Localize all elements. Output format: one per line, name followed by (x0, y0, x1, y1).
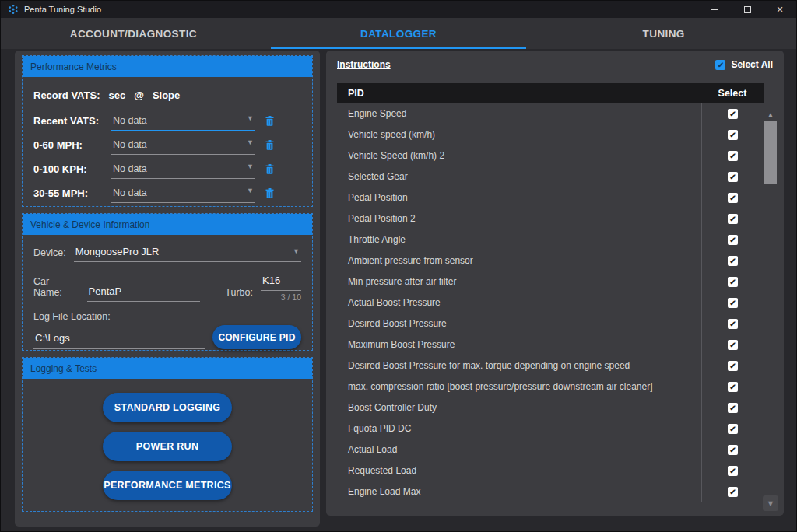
kph-0-100-trash-button[interactable] (265, 164, 274, 174)
pid-select-cell: ✔ (701, 166, 764, 187)
pid-checkbox[interactable]: ✔ (728, 109, 738, 119)
pid-name: Engine Load Max (337, 486, 701, 497)
minimize-icon (711, 9, 718, 10)
pid-checkbox[interactable]: ✔ (728, 319, 738, 329)
pid-checkbox[interactable]: ✔ (728, 172, 738, 182)
select-column-header: Select (701, 88, 764, 99)
close-button[interactable]: ✕ (764, 1, 796, 18)
pid-name: Engine Speed (337, 108, 701, 119)
main-content: Performance Metrics Record VATS: sec @ S… (1, 49, 796, 531)
select-all-control[interactable]: ✔ Select All (715, 59, 773, 70)
configure-pid-button[interactable]: CONFIGURE PID (212, 325, 301, 349)
check-icon: ✔ (729, 403, 736, 413)
check-icon: ✔ (729, 361, 736, 371)
kph-0-100-value: No data (113, 163, 147, 174)
standard-logging-button[interactable]: STANDARD LOGGING (103, 393, 232, 422)
car-name-input[interactable]: PentaP (87, 284, 201, 302)
pid-checkbox[interactable]: ✔ (728, 130, 738, 140)
mph-0-60-row: 0-60 MPH: No data ▼ (33, 133, 301, 157)
check-icon: ✔ (729, 382, 736, 392)
check-icon: ✔ (729, 130, 736, 140)
tab-bar: ACCOUNT/DIAGNOSTIC DATALOGGER TUNING (1, 18, 796, 49)
window-title: Penta Tuning Studio (24, 5, 101, 14)
table-row: Pedal Position ✔ (337, 187, 764, 208)
pid-checkbox[interactable]: ✔ (728, 235, 738, 245)
mph-0-60-dropdown[interactable]: No data ▼ (111, 135, 255, 155)
turbo-input[interactable]: K16 (261, 273, 301, 291)
device-value: MongoosePro JLR (75, 246, 160, 257)
pid-checkbox[interactable]: ✔ (728, 277, 738, 287)
recent-vats-trash-button[interactable] (265, 116, 274, 126)
recent-vats-label: Recent VATS: (33, 115, 111, 127)
device-dropdown[interactable]: MongoosePro JLR ▼ (74, 244, 301, 262)
scroll-up-icon[interactable]: ▲ (764, 110, 777, 119)
recent-vats-dropdown[interactable]: No data ▼ (111, 111, 255, 131)
pid-name: Maximum Boost Pressure (337, 339, 701, 350)
pid-select-cell: ✔ (701, 271, 764, 292)
pid-select-cell: ✔ (701, 418, 764, 439)
mph-30-55-dropdown[interactable]: No data ▼ (111, 184, 255, 203)
pid-checkbox[interactable]: ✔ (728, 403, 738, 413)
instructions-link[interactable]: Instructions (337, 59, 391, 70)
pid-name: I-quota PID DC (337, 423, 701, 434)
maximize-button[interactable] (731, 1, 764, 18)
table-row: Selected Gear ✔ (337, 166, 764, 187)
performance-metrics-panel: Performance Metrics Record VATS: sec @ S… (22, 55, 313, 207)
tab-tuning[interactable]: TUNING (531, 18, 796, 49)
record-vats-line: Record VATS: sec @ Slope (33, 89, 301, 101)
mph-0-60-label: 0-60 MPH: (33, 139, 111, 151)
pid-checkbox[interactable]: ✔ (728, 487, 738, 497)
check-icon: ✔ (729, 151, 736, 161)
pid-checkbox[interactable]: ✔ (728, 361, 738, 371)
performance-metrics-button[interactable]: PERFORMANCE METRICS (103, 471, 232, 500)
pid-name: Vehicle Speed (km/h) 2 (337, 150, 701, 161)
scrollbar-thumb[interactable] (764, 121, 777, 184)
tab-datalogger[interactable]: DATALOGGER (266, 18, 532, 49)
mph-30-55-value: No data (113, 187, 147, 198)
check-icon: ✔ (718, 60, 724, 70)
pid-name: Pedal Position (337, 192, 701, 203)
check-icon: ✔ (729, 193, 736, 203)
pid-select-cell: ✔ (701, 124, 764, 145)
pid-checkbox[interactable]: ✔ (728, 424, 738, 434)
log-location-input[interactable]: C:\Logs (33, 331, 205, 349)
pid-checkbox[interactable]: ✔ (728, 193, 738, 203)
table-scrollbar[interactable]: ▲ (764, 110, 777, 476)
pid-checkbox[interactable]: ✔ (728, 151, 738, 161)
pid-checkbox[interactable]: ✔ (728, 256, 738, 266)
trash-icon (265, 188, 274, 198)
pid-checkbox[interactable]: ✔ (728, 445, 738, 455)
check-icon: ✔ (729, 466, 736, 476)
check-icon: ✔ (729, 445, 736, 455)
power-run-button[interactable]: POWER RUN (103, 432, 232, 461)
pid-name: Actual Load (337, 444, 701, 455)
mph-0-60-value: No data (113, 139, 147, 150)
tab-account-diagnostic[interactable]: ACCOUNT/DIAGNOSTIC (1, 18, 266, 49)
pid-checkbox[interactable]: ✔ (728, 466, 738, 476)
device-label: Device: (33, 247, 66, 262)
select-all-checkbox[interactable]: ✔ (715, 60, 725, 70)
record-vats-sec: sec (108, 89, 125, 101)
minimize-button[interactable] (698, 1, 731, 18)
table-row: Vehicle speed (km/h) ✔ (337, 124, 764, 145)
pid-checkbox[interactable]: ✔ (728, 340, 738, 350)
log-configure-row: C:\Logs CONFIGURE PID (33, 325, 301, 349)
pid-select-cell: ✔ (701, 208, 764, 229)
close-icon: ✕ (776, 5, 783, 15)
pid-select-cell: ✔ (701, 397, 764, 418)
tab-label: TUNING (643, 28, 685, 40)
vehicle-device-panel: Vehicle & Device Information Device: Mon… (22, 213, 313, 351)
table-row: Maximum Boost Pressure ✔ (337, 334, 764, 355)
check-icon: ✔ (729, 256, 736, 266)
caret-down-icon: ▼ (247, 114, 254, 122)
kph-0-100-dropdown[interactable]: No data ▼ (111, 159, 255, 179)
car-name-value: PentaP (89, 285, 122, 297)
pid-checkbox[interactable]: ✔ (728, 382, 738, 392)
pid-checkbox[interactable]: ✔ (728, 214, 738, 224)
table-row: Desired Boost Pressure for max. torque d… (337, 355, 764, 376)
pid-column-header: PID (337, 88, 701, 99)
mph-30-55-trash-button[interactable] (265, 188, 274, 198)
scroll-down-button[interactable]: ▼ (763, 495, 778, 511)
pid-checkbox[interactable]: ✔ (728, 298, 738, 308)
mph-0-60-trash-button[interactable] (265, 140, 274, 150)
